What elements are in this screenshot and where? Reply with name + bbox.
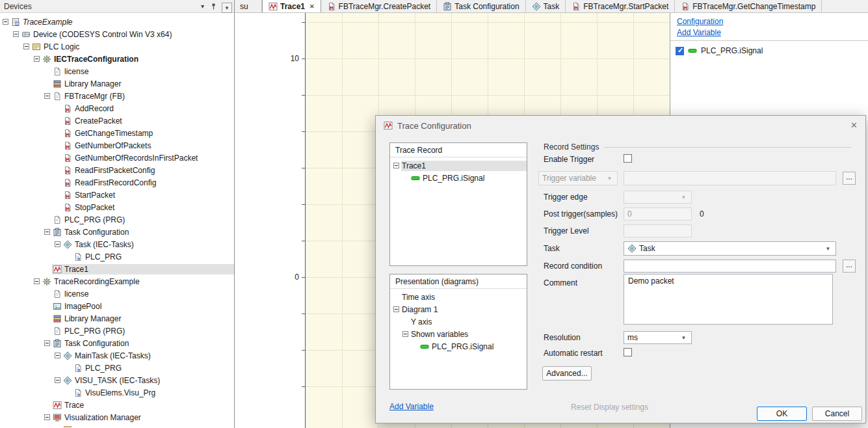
- cancel-button[interactable]: Cancel: [812, 407, 862, 421]
- automatic-restart-checkbox[interactable]: [624, 348, 632, 356]
- tree-item-createpacket[interactable]: CreatePacket: [0, 114, 234, 127]
- post-trigger-input[interactable]: 0: [624, 207, 692, 221]
- collapse-expander-icon[interactable]: [23, 44, 29, 49]
- tree-item-getnumberofrecordsinfirstpacket[interactable]: GetNumberOfRecordsInFirstPacket: [0, 152, 234, 164]
- collapse-expander-icon[interactable]: [3, 19, 8, 25]
- tree-item-diagram-1[interactable]: Diagram 1: [390, 303, 527, 315]
- comment-textarea[interactable]: Demo packet: [624, 274, 833, 325]
- collapse-expander-icon[interactable]: [402, 331, 408, 337]
- tree-item-traceexample[interactable]: TraceExample: [0, 16, 234, 28]
- tab-fbtracemgr-getchangetimestamp[interactable]: FBTraceMgr.GetChangeTimestamp: [675, 0, 822, 13]
- tree-item-trace1[interactable]: Trace1: [390, 159, 527, 172]
- tree-item-time-axis[interactable]: Time axis: [390, 291, 527, 303]
- task-icon: [627, 244, 637, 253]
- tree-item-library-manager[interactable]: Library Manager: [0, 77, 234, 90]
- variable-checkbox[interactable]: [676, 47, 684, 55]
- combo-arrow-icon: ▼: [605, 176, 614, 181]
- tree-item-task-iec-tasks[interactable]: Task (IEC-Tasks): [0, 238, 234, 250]
- panel-menu-chevron-down-icon[interactable]: ▾: [197, 3, 208, 10]
- tree-item-shown-variables[interactable]: Shown variables: [390, 328, 527, 340]
- tree-item-addrecord[interactable]: AddRecord: [0, 102, 234, 114]
- tree-item-label: Y axis: [411, 317, 432, 327]
- collapse-expander-icon[interactable]: [393, 306, 399, 312]
- tree-item-device-codesys-control-win-v3-x64[interactable]: Device (CODESYS Control Win V3 x64): [0, 28, 234, 40]
- tree-item-maintask-iec-tasks[interactable]: MainTask (IEC-Tasks): [0, 349, 234, 362]
- tab-fbtracemgr-createpacket[interactable]: FBTraceMgr.CreatePacket: [321, 0, 438, 13]
- devices-panel: Devices ▾ ✕ TraceExampleDevice (CODESYS …: [0, 0, 235, 428]
- tab-trace1[interactable]: Trace1✕: [262, 0, 321, 13]
- collapse-expander-icon[interactable]: [55, 377, 60, 383]
- tree-item-tracerecordingexample[interactable]: TraceRecordingExample: [0, 275, 234, 288]
- tree-item-task-configuration[interactable]: Task Configuration: [0, 337, 234, 349]
- tree-item-readfirstpacketconfig[interactable]: ReadFirstPacketConfig: [0, 164, 234, 176]
- dialog-add-variable-link[interactable]: Add Variable: [389, 402, 434, 411]
- collapse-expander-icon[interactable]: [44, 414, 50, 420]
- trace-icon: [53, 401, 62, 410]
- tree-item-unnamed[interactable]: [0, 423, 234, 427]
- ok-button[interactable]: OK: [757, 407, 807, 421]
- trace-variable-row[interactable]: PLC_PRG.iSignal: [676, 45, 863, 57]
- dialog-close-icon[interactable]: ✕: [850, 120, 858, 130]
- tab-fbtracemgr-startpacket[interactable]: FBTraceMgr.StartPacket: [566, 0, 675, 13]
- collapse-expander-icon[interactable]: [55, 241, 60, 247]
- tree-item-license[interactable]: license: [0, 65, 234, 77]
- tree-item-visuelems-visu-prg[interactable]: VisuElems.Visu_Prg: [0, 386, 234, 399]
- trace-variable-list: PLC_PRG.iSignal: [670, 40, 868, 60]
- tree-item-visualization-manager[interactable]: Visualization Manager: [0, 411, 234, 423]
- collapse-expander-icon[interactable]: [44, 93, 50, 99]
- trigger-variable-input[interactable]: [624, 171, 836, 185]
- tree-item-getchangetimestamp[interactable]: GetChangeTimestamp: [0, 127, 234, 139]
- collapse-expander-icon[interactable]: [44, 340, 50, 346]
- close-tab-icon[interactable]: ✕: [309, 3, 315, 10]
- tree-item-imagepool[interactable]: ImagePool: [0, 300, 234, 312]
- tree-item-plc-prg-isignal[interactable]: PLC_PRG.iSignal: [390, 340, 527, 353]
- trigger-level-input[interactable]: [624, 224, 692, 237]
- tree-item-readfirstrecordconfig[interactable]: ReadFirstRecordConfig: [0, 176, 234, 189]
- tree-item-y-axis[interactable]: Y axis: [390, 315, 527, 328]
- tree-item-label: PLC_PRG: [85, 252, 122, 261]
- tree-item-startpacket[interactable]: StartPacket: [0, 189, 234, 201]
- record-condition-input[interactable]: [624, 260, 836, 273]
- collapse-expander-icon[interactable]: [393, 163, 399, 168]
- pin-icon[interactable]: [208, 3, 219, 10]
- collapse-expander-icon[interactable]: [55, 353, 60, 358]
- tree-item-iectraceconfiguration[interactable]: IECTraceConfiguration: [0, 53, 234, 65]
- tree-item-task-configuration[interactable]: Task Configuration: [0, 226, 234, 238]
- tree-item-label: PLC_PRG: [85, 364, 122, 373]
- collapse-expander-icon[interactable]: [34, 56, 40, 62]
- task-combo[interactable]: Task ▼: [624, 241, 836, 256]
- configuration-link[interactable]: Configuration: [677, 17, 861, 26]
- tab-label: Trace1: [280, 2, 305, 11]
- tab-task-configuration[interactable]: Task Configuration: [437, 0, 525, 13]
- resolution-combo[interactable]: ms ▼: [624, 331, 692, 344]
- tab-su[interactable]: su: [235, 0, 262, 13]
- doc-icon: [53, 289, 62, 299]
- tree-item-label: PLC Logic: [44, 42, 79, 51]
- tree-item-plc-prg-prg[interactable]: PLC_PRG (PRG): [0, 325, 234, 337]
- tree-item-license[interactable]: license: [0, 288, 234, 300]
- devices-dropdown-icon[interactable]: ▼: [222, 3, 232, 13]
- collapse-expander-icon[interactable]: [13, 31, 19, 37]
- tree-item-visu-task-iec-tasks[interactable]: VISU_TASK (IEC-Tasks): [0, 374, 234, 386]
- tree-item-library-manager[interactable]: Library Manager: [0, 312, 234, 325]
- tree-item-getnumberofpackets[interactable]: GetNumberOfPackets: [0, 139, 234, 152]
- add-variable-link[interactable]: Add Variable: [677, 28, 861, 37]
- tree-item-trace1[interactable]: Trace1: [0, 263, 234, 275]
- tree-item-plc-prg[interactable]: PLC_PRG: [0, 250, 234, 263]
- trigger-edge-combo[interactable]: ▼: [624, 191, 692, 204]
- tree-item-plc-logic[interactable]: PLC Logic: [0, 40, 234, 53]
- advanced-button[interactable]: Advanced...: [542, 366, 592, 381]
- collapse-expander-icon[interactable]: [34, 278, 40, 284]
- tab-task[interactable]: Task: [526, 0, 566, 13]
- tree-item-stoppacket[interactable]: StopPacket: [0, 201, 234, 213]
- enable-trigger-checkbox[interactable]: [624, 154, 632, 163]
- record-condition-browse-button[interactable]: ...: [843, 260, 856, 273]
- tree-item-fbtracemgr-fb[interactable]: FBTraceMgr (FB): [0, 90, 234, 102]
- tree-item-trace[interactable]: Trace: [0, 399, 234, 411]
- tree-item-plc-prg-isignal[interactable]: PLC_PRG.iSignal: [390, 172, 527, 184]
- trigger-variable-browse-button[interactable]: ...: [843, 172, 856, 185]
- trigger-variable-combo[interactable]: Trigger variable ▼: [538, 171, 618, 185]
- collapse-expander-icon[interactable]: [44, 229, 50, 235]
- tree-item-plc-prg-prg[interactable]: PLC_PRG (PRG): [0, 213, 234, 226]
- tree-item-plc-prg[interactable]: PLC_PRG: [0, 362, 234, 374]
